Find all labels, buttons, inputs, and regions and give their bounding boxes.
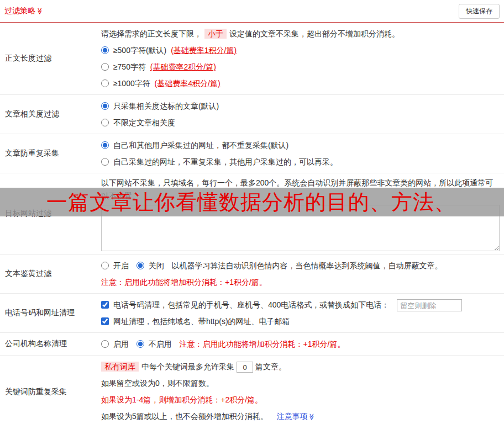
keyword-limit-row: 私有词库中每个关键词最多允许采集篇文章。: [101, 358, 501, 375]
keyword-limit-mid: 中每个关键词最多允许采集: [141, 362, 234, 371]
body-length-option-750[interactable]: ≥750字符 (基础费率2积分/篇): [101, 62, 216, 71]
body-length-option-1000[interactable]: ≥1000字符 (基础费率4积分/篇): [101, 79, 221, 88]
dedup-all-users-radio[interactable]: [101, 141, 109, 149]
keyword-note-zero: 如果留空或设为0，则不限篇数。: [101, 375, 501, 391]
relevance-unlimited-radio[interactable]: [101, 119, 109, 126]
intro-text-pre: 请选择需求的正文长度下限，: [101, 29, 202, 38]
notes-link[interactable]: 注意事项≫: [277, 412, 316, 421]
dedup-option-row-2: 自己采集过的网址，不重复采集，其他用户采集过的，可以再采。: [101, 153, 501, 170]
porn-filter-note: 注意：启用此功能将增加积分消耗：+1积分/篇。: [101, 274, 501, 290]
keyword-note-cost: 如果设为1-4篇，则增加积分消耗：+2积分/篇。: [101, 391, 501, 408]
porn-filter-off-radio[interactable]: [136, 262, 144, 269]
dedup-self-only-text: 自己采集过的网址，不重复采集，其他用户采集过的，可以再采。: [113, 157, 338, 166]
target-site-label: 目标网站过滤: [0, 173, 97, 254]
url-cleanup-checkbox[interactable]: [101, 317, 109, 325]
body-length-label: 正文长度过滤: [0, 23, 97, 94]
body-length-option-500[interactable]: ≥500字符(默认) (基础费率1积分/篇): [101, 46, 237, 55]
row-target-site-filter: 目标网站过滤 以下网站不采集，只填域名，每行一个，最多200个。系统会自动识别并…: [0, 173, 504, 255]
relevance-unlimited-text: 不限定文章相关度: [113, 118, 175, 127]
porn-filter-desc: 以机器学习算法自动识别色情内容，当色情概率达到系统阈值，自动屏蔽文章。: [172, 261, 443, 270]
dedup-all-users-text: 自己和其他用户采集过的网址，都不重复采集(默认): [113, 141, 288, 150]
phone-cleanup-option[interactable]: 电话号码清理，包括常见的手机号、座机号、400电话格式，或替换成如下电话：: [101, 300, 391, 309]
keyword-label: 关键词防重复采集: [0, 356, 97, 424]
company-off-radio[interactable]: [136, 340, 144, 348]
row-phone-url-cleanup: 电话号码和网址清理 电话号码清理，包括常见的手机号、座机号、400电话格式，或替…: [0, 294, 504, 333]
body-length-1000-text: ≥1000字符: [113, 79, 150, 88]
page-title[interactable]: 过滤策略≫: [4, 6, 44, 16]
chevron-down-icon: ≫: [36, 8, 44, 15]
dedup-label: 文章防重复采集: [0, 134, 97, 173]
relevance-default-radio[interactable]: [101, 102, 109, 110]
phone-cleanup-row: 电话号码清理，包括常见的手机号、座机号、400电话格式，或替换成如下电话：: [101, 296, 501, 313]
dedup-self-only-radio[interactable]: [101, 158, 109, 166]
keyword-content: 私有词库中每个关键词最多允许采集篇文章。 如果留空或设为0，则不限篇数。 如果设…: [97, 356, 504, 424]
porn-filter-on-radio[interactable]: [101, 262, 109, 269]
dedup-option-all-users[interactable]: 自己和其他用户采集过的网址，都不重复采集(默认): [101, 141, 288, 150]
filter-strategy-page: 过滤策略≫ 快速保存 正文长度过滤 请选择需求的正文长度下限，小于设定值的文章不…: [0, 0, 504, 424]
body-length-1000-radio[interactable]: [101, 80, 109, 87]
dedup-option-row-1: 自己和其他用户采集过的网址，都不重复采集(默认): [101, 137, 501, 153]
company-off-text: 不启用: [149, 340, 172, 348]
body-length-750-text: ≥750字符: [113, 62, 146, 71]
row-body-length-filter: 正文长度过滤 请选择需求的正文长度下限，小于设定值的文章不采集，超出部分不增加积…: [0, 23, 504, 95]
body-length-500-text: ≥500字符(默认): [113, 46, 166, 55]
private-lexicon-badge: 私有词库: [101, 362, 139, 372]
company-content: 启用 不启用 注意：启用此功能将增加积分消耗：+1积分/篇。: [97, 333, 504, 355]
page-title-text: 过滤策略: [4, 6, 35, 15]
company-note: 注意：启用此功能将增加积分消耗：+1积分/篇。: [180, 340, 345, 348]
row-relevance-filter: 文章相关度过滤 只采集相关度达标的文章(默认) 不限定文章相关度: [0, 95, 504, 134]
body-length-1000-fee: (基础费率4积分/篇): [155, 79, 221, 88]
relevance-option-unlimited[interactable]: 不限定文章相关度: [101, 118, 175, 127]
excluded-sites-textarea[interactable]: [101, 205, 500, 251]
url-cleanup-option[interactable]: 网址清理，包括纯域名、带http(s)的网址、电子邮箱: [101, 317, 290, 326]
phone-cleanup-text: 电话号码清理，包括常见的手机号、座机号、400电话格式，或替换成如下电话：: [113, 300, 389, 309]
porn-filter-content: 开启 关闭 以机器学习算法自动识别色情内容，当色情概率达到系统阈值，自动屏蔽文章…: [97, 255, 504, 293]
company-label: 公司机构名称清理: [0, 333, 97, 355]
relevance-option-default[interactable]: 只采集相关度达标的文章(默认): [101, 102, 219, 110]
body-length-option-row-1000: ≥1000字符 (基础费率4积分/篇): [101, 75, 501, 92]
keyword-note-five-row: 如果设为5篇或以上，也不会额外增加积分消耗。注意事项≫: [101, 408, 501, 424]
body-length-500-radio[interactable]: [101, 46, 109, 54]
keyword-limit-end: 篇文章。: [255, 362, 286, 371]
porn-filter-option-row: 开启 关闭 以机器学习算法自动识别色情内容，当色情概率达到系统阈值，自动屏蔽文章…: [101, 257, 501, 274]
target-site-content: 以下网站不采集，只填域名，每行一个，最多200个。系统会自动识别并屏蔽那些非文章…: [97, 173, 504, 254]
body-length-500-fee: (基础费率1积分/篇): [171, 46, 237, 55]
row-dedup-filter: 文章防重复采集 自己和其他用户采集过的网址，都不重复采集(默认) 自己采集过的网…: [0, 134, 504, 173]
keyword-note-five-text: 如果设为5篇或以上，也不会额外增加积分消耗。: [101, 412, 268, 421]
porn-filter-off-text: 关闭: [149, 261, 164, 270]
intro-text-post: 设定值的文章不采集，超出部分不增加积分消耗。: [229, 29, 400, 38]
porn-filter-on-text: 开启: [113, 261, 129, 270]
dedup-option-self-only[interactable]: 自己采集过的网址，不重复采集，其他用户采集过的，可以再采。: [101, 157, 338, 166]
relevance-option-row-2: 不限定文章相关度: [101, 114, 501, 131]
company-on-option[interactable]: 启用: [101, 340, 131, 348]
company-on-text: 启用: [113, 340, 129, 348]
porn-filter-off-option[interactable]: 关闭: [136, 261, 166, 270]
url-cleanup-text: 网址清理，包括纯域名、带http(s)的网址、电子邮箱: [113, 317, 290, 326]
target-site-hint: 以下网站不采集，只填域名，每行一个，最多200个。系统会自动识别并屏蔽那些非文章…: [101, 176, 501, 203]
relevance-label: 文章相关度过滤: [0, 95, 97, 134]
body-length-option-row-500: ≥500字符(默认) (基础费率1积分/篇): [101, 42, 501, 59]
company-option-row: 启用 不启用 注意：启用此功能将增加积分消耗：+1积分/篇。: [101, 336, 501, 352]
less-than-badge: 小于: [204, 29, 227, 39]
company-on-radio[interactable]: [101, 340, 109, 348]
chevron-down-icon: ≫: [303, 414, 320, 421]
dedup-content: 自己和其他用户采集过的网址，都不重复采集(默认) 自己采集过的网址，不重复采集，…: [97, 134, 504, 173]
url-cleanup-row: 网址清理，包括纯域名、带http(s)的网址、电子邮箱: [101, 313, 501, 330]
body-length-content: 请选择需求的正文长度下限，小于设定值的文章不采集，超出部分不增加积分消耗。 ≥5…: [97, 23, 504, 94]
company-off-option[interactable]: 不启用: [136, 340, 174, 348]
phone-url-label: 电话号码和网址清理: [0, 294, 97, 332]
page-header: 过滤策略≫ 快速保存: [0, 0, 504, 23]
porn-filter-on-option[interactable]: 开启: [101, 261, 131, 270]
phone-cleanup-checkbox[interactable]: [101, 301, 109, 309]
porn-filter-label: 文本鉴黄过滤: [0, 255, 97, 293]
body-length-750-radio[interactable]: [101, 63, 109, 71]
relevance-default-text: 只采集相关度达标的文章(默认): [113, 102, 219, 110]
row-company-cleanup: 公司机构名称清理 启用 不启用 注意：启用此功能将增加积分消耗：+1积分/篇。: [0, 333, 504, 356]
body-length-option-row-750: ≥750字符 (基础费率2积分/篇): [101, 59, 501, 75]
body-length-750-fee: (基础费率2积分/篇): [150, 62, 216, 71]
max-count-input[interactable]: [237, 362, 253, 373]
relevance-content: 只采集相关度达标的文章(默认) 不限定文章相关度: [97, 95, 504, 134]
replacement-phone-input[interactable]: [397, 299, 462, 311]
body-length-intro: 请选择需求的正文长度下限，小于设定值的文章不采集，超出部分不增加积分消耗。: [101, 25, 501, 42]
quick-save-button[interactable]: 快速保存: [459, 4, 500, 19]
